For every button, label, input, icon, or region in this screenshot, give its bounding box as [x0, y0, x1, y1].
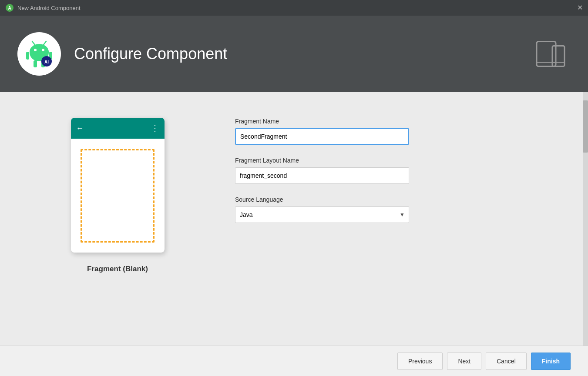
preview-label: Fragment (Blank)	[87, 265, 148, 273]
phone-body	[71, 139, 165, 253]
toolbar-menu-icon: ⋮	[151, 123, 159, 133]
dashed-content-area	[81, 149, 155, 243]
fragment-name-input[interactable]	[235, 128, 409, 145]
svg-text:AI: AI	[44, 60, 49, 64]
svg-line-6	[44, 41, 46, 45]
header: AI Configure Component	[0, 16, 588, 92]
fragment-layout-group: Fragment Layout Name	[235, 157, 544, 184]
phone-preview: ← ⋮	[71, 118, 165, 253]
cancel-button[interactable]: Cancel	[486, 353, 527, 370]
svg-rect-15	[552, 46, 564, 66]
close-button[interactable]: ✕	[577, 4, 583, 11]
next-button[interactable]: Next	[447, 353, 481, 370]
toolbar-back-icon: ←	[76, 124, 84, 133]
source-language-label: Source Language	[235, 196, 544, 203]
source-language-group: Source Language Java Kotlin ▼	[235, 196, 544, 223]
scrollbar-track[interactable]	[583, 92, 588, 346]
svg-point-3	[34, 49, 37, 51]
fragment-name-label: Fragment Name	[235, 118, 544, 125]
source-language-select[interactable]: Java Kotlin	[235, 206, 409, 223]
svg-line-5	[32, 41, 35, 45]
window-title: New Android Component	[17, 5, 81, 11]
scrollbar-thumb[interactable]	[583, 100, 588, 153]
main-content: ← ⋮ Fragment (Blank) Fragment Name Fragm…	[0, 92, 588, 346]
finish-button[interactable]: Finish	[531, 353, 571, 370]
preview-section: ← ⋮ Fragment (Blank)	[26, 109, 209, 273]
device-icons	[536, 40, 566, 68]
previous-button[interactable]: Previous	[397, 353, 443, 370]
svg-rect-7	[26, 52, 29, 60]
title-bar-left: A New Android Component	[5, 3, 81, 12]
device-icon-svg	[536, 40, 566, 68]
source-language-wrapper: Java Kotlin ▼	[235, 206, 409, 223]
svg-text:A: A	[8, 6, 11, 10]
fragment-name-group: Fragment Name	[235, 118, 544, 145]
svg-rect-9	[34, 60, 37, 67]
android-studio-logo: AI	[24, 39, 54, 69]
app-icon: A	[5, 3, 14, 12]
fragment-layout-label: Fragment Layout Name	[235, 157, 544, 164]
title-bar: A New Android Component ✕	[0, 0, 588, 16]
footer: Previous Next Cancel Finish	[0, 346, 588, 376]
form-section: Fragment Name Fragment Layout Name Sourc…	[209, 109, 562, 232]
phone-toolbar: ← ⋮	[71, 118, 165, 139]
svg-point-4	[42, 49, 44, 51]
logo-circle: AI	[17, 32, 61, 76]
page-title: Configure Component	[74, 45, 227, 63]
fragment-layout-input[interactable]	[235, 167, 409, 184]
